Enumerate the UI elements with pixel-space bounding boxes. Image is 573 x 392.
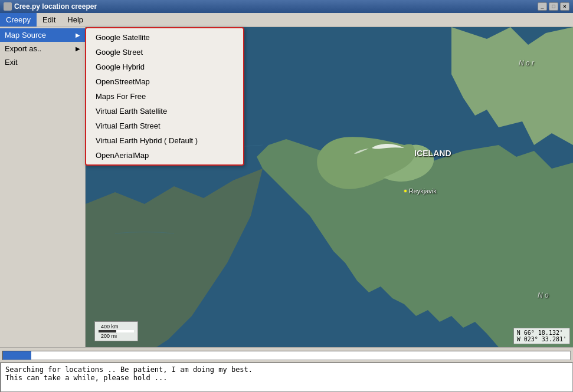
progress-area <box>0 347 573 363</box>
progress-bar-fill <box>3 351 31 360</box>
dropdown-item-openaerialmap[interactable]: OpenAerialMap <box>86 148 243 163</box>
progress-bar-container <box>2 351 571 360</box>
sidebar-item-map-source[interactable]: Map Source ▶ <box>0 28 85 42</box>
map-source-dropdown: Google Satellite Google Street Google Hy… <box>85 27 244 166</box>
arrow-icon: ▶ <box>76 45 80 52</box>
menu-creepy[interactable]: Creepy <box>0 13 37 27</box>
scale-line: 400 km 200 mi <box>99 324 134 339</box>
maximize-button[interactable]: □ <box>549 2 558 11</box>
menu-help[interactable]: Help <box>61 13 89 27</box>
status-line1: Searching for locations .. Be patient, I… <box>5 365 568 374</box>
title-bar-buttons: _ □ × <box>538 2 569 11</box>
dropdown-item-maps-for-free[interactable]: Maps For Free <box>86 89 243 104</box>
sidebar: Map Source ▶ Export as.. ▶ Exit Google S… <box>0 27 86 347</box>
window-title: Cree.py location creeper <box>14 2 97 11</box>
scale-bar: 400 km 200 mi <box>94 321 138 341</box>
title-bar-left: Cree.py location creeper <box>4 2 97 11</box>
scale-white-seg <box>116 330 134 332</box>
sidebar-item-export-as[interactable]: Export as.. ▶ <box>0 42 85 55</box>
menu-bar: Creepy Edit Help <box>0 13 573 27</box>
dropdown-item-google-satellite[interactable]: Google Satellite <box>86 30 243 45</box>
menu-edit[interactable]: Edit <box>37 13 61 27</box>
dropdown-item-openstreetmap[interactable]: OpenStreetMap <box>86 74 243 89</box>
scale-graphic <box>99 330 134 332</box>
dropdown-item-virtual-earth-satellite[interactable]: Virtual Earth Satellite <box>86 104 243 118</box>
minimize-button[interactable]: _ <box>538 2 547 11</box>
scale-mi-label: 200 mi <box>101 333 134 339</box>
status-bar: Searching for locations .. Be patient, I… <box>0 363 573 392</box>
arrow-icon: ▶ <box>76 32 80 38</box>
coord-lat: N 66° 18.132' <box>517 330 567 336</box>
coords-display: N 66° 18.132' W 023° 33.281' <box>513 328 570 344</box>
coord-lon: W 023° 33.281' <box>517 336 567 342</box>
status-line2: This can take a while, please hold ... <box>5 374 568 382</box>
scale-black-seg <box>99 330 116 332</box>
dropdown-item-virtual-earth-street[interactable]: Virtual Earth Street <box>86 118 243 133</box>
sidebar-item-exit[interactable]: Exit <box>0 55 85 69</box>
dropdown-item-google-hybrid[interactable]: Google Hybrid <box>86 60 243 74</box>
main-content: Map Source ▶ Export as.. ▶ Exit Google S… <box>0 27 573 347</box>
dropdown-item-google-street[interactable]: Google Street <box>86 45 243 60</box>
dropdown-item-virtual-earth-hybrid[interactable]: Virtual Earth Hybrid ( Default ) <box>86 133 243 148</box>
app-icon <box>4 2 12 11</box>
scale-km-label: 400 km <box>101 324 134 330</box>
close-button[interactable]: × <box>560 2 569 11</box>
title-bar: Cree.py location creeper _ □ × <box>0 0 573 13</box>
